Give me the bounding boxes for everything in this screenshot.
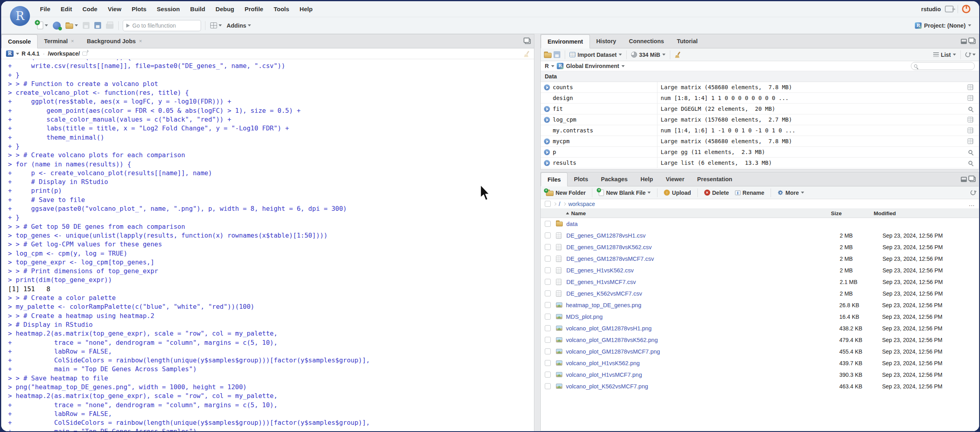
- inspect-icon[interactable]: [968, 107, 972, 111]
- file-checkbox[interactable]: [545, 383, 551, 389]
- refresh-icon[interactable]: [970, 189, 976, 196]
- load-workspace-icon[interactable]: [544, 53, 552, 58]
- console-output[interactable]: > for (name in names(results)) {+ write.…: [1, 59, 534, 431]
- inspect-icon[interactable]: [968, 150, 972, 154]
- environment-tab[interactable]: History: [590, 34, 623, 48]
- new-blank-file-button[interactable]: + New Blank File: [597, 190, 653, 196]
- file-checkbox[interactable]: [545, 337, 551, 343]
- menu-item[interactable]: Edit: [56, 6, 77, 12]
- rename-button[interactable]: Rename: [733, 190, 766, 196]
- breadcrumb-root[interactable]: /: [559, 201, 560, 207]
- menu-item[interactable]: File: [35, 6, 56, 12]
- file-row[interactable]: volcano_plot_GM12878vsH1.png 438.2 KB Se…: [541, 322, 979, 334]
- expand-icon[interactable]: [544, 138, 550, 144]
- file-name-link[interactable]: volcano_plot_GM12878vsMCF7.png: [566, 348, 839, 355]
- environment-search-input[interactable]: [919, 63, 979, 69]
- file-checkbox[interactable]: [545, 256, 551, 262]
- view-table-icon[interactable]: [968, 117, 973, 122]
- file-checkbox[interactable]: [545, 279, 551, 285]
- maximize-icon[interactable]: [970, 39, 976, 44]
- file-name-link[interactable]: volcano_plot_GM12878vsK562.png: [566, 337, 839, 343]
- menu-item[interactable]: Help: [295, 6, 318, 12]
- file-checkbox[interactable]: [545, 267, 551, 273]
- file-row[interactable]: DE_genes_GM12878vsK562.csv 2 MB Sep 23, …: [541, 241, 979, 253]
- clear-objects-icon[interactable]: [675, 52, 681, 58]
- view-table-icon[interactable]: [968, 95, 973, 101]
- files-tab[interactable]: Viewer: [659, 172, 691, 186]
- file-row[interactable]: DE_genes_H1vsK562.csv 2 MB Sep 23, 2024,…: [541, 264, 979, 276]
- save-workspace-icon[interactable]: [554, 51, 560, 58]
- file-checkbox[interactable]: [545, 325, 551, 331]
- file-row[interactable]: DE_genes_GM12878vsH1.csv 2 MB Sep 23, 20…: [541, 230, 979, 241]
- files-tab[interactable]: Files: [541, 172, 568, 186]
- file-checkbox[interactable]: [545, 302, 551, 308]
- close-icon[interactable]: [139, 38, 142, 44]
- environment-object-row[interactable]: design num [1:8, 1:4] 1 1 0 0 0 0 0 0 0 …: [541, 93, 979, 104]
- menu-item[interactable]: Tools: [269, 6, 295, 12]
- environment-tab[interactable]: Tutorial: [670, 34, 704, 48]
- file-row[interactable]: MDS_plot.png 16.4 KB Sep 23, 2024, 12:56…: [541, 311, 979, 322]
- file-checkbox[interactable]: [545, 360, 551, 366]
- files-tab[interactable]: Help: [634, 172, 659, 186]
- more-button[interactable]: More: [775, 190, 806, 196]
- file-name-link[interactable]: DE_genes_GM12878vsMCF7.csv: [566, 256, 840, 262]
- inspect-icon[interactable]: [968, 161, 972, 165]
- open-file-button[interactable]: [63, 20, 80, 32]
- import-dataset-button[interactable]: Import Dataset: [578, 52, 617, 58]
- menu-item[interactable]: Profile: [239, 6, 269, 12]
- file-checkbox[interactable]: [545, 372, 551, 378]
- environment-object-row[interactable]: p Large gg (11 elements, 2.3 MB): [541, 147, 979, 158]
- close-icon[interactable]: [71, 38, 74, 44]
- file-name-link[interactable]: volcano_plot_H1vsMCF7.png: [566, 372, 839, 378]
- view-table-icon[interactable]: [968, 138, 973, 144]
- addins-button[interactable]: Addins: [224, 20, 253, 32]
- expand-icon[interactable]: [544, 160, 550, 166]
- list-view-button[interactable]: List: [941, 52, 951, 58]
- file-name-link[interactable]: DE_genes_H1vsK562.csv: [566, 267, 840, 274]
- maximize-icon[interactable]: [970, 177, 976, 182]
- expand-icon[interactable]: [544, 117, 550, 123]
- files-tab[interactable]: Plots: [568, 172, 594, 186]
- save-all-button[interactable]: [92, 20, 104, 32]
- file-row[interactable]: volcano_plot_H1vsMCF7.png 390.3 KB Sep 2…: [541, 369, 979, 380]
- breadcrumb-more-button[interactable]: ...: [969, 201, 975, 207]
- file-name-link[interactable]: volcano_plot_K562vsMCF7.png: [566, 383, 839, 390]
- file-row[interactable]: volcano_plot_GM12878vsMCF7.png 455.4 KB …: [541, 346, 979, 357]
- file-name-link[interactable]: heatmap_top_DE_genes.png: [566, 302, 839, 308]
- language-selector[interactable]: R: [545, 63, 549, 69]
- files-tab[interactable]: Presentation: [691, 172, 739, 186]
- file-name-link[interactable]: DE_genes_GM12878vsK562.csv: [566, 244, 840, 250]
- file-checkbox[interactable]: [545, 221, 551, 227]
- breadcrumb-current[interactable]: workspace: [568, 201, 595, 207]
- expand-icon[interactable]: [544, 149, 550, 155]
- file-checkbox[interactable]: [545, 314, 551, 320]
- refresh-icon[interactable]: [964, 51, 971, 58]
- file-name-link[interactable]: data: [566, 221, 840, 227]
- goto-file-input[interactable]: [132, 22, 205, 29]
- select-all-checkbox[interactable]: [545, 201, 551, 207]
- user-menu[interactable]: rstudio: [921, 6, 941, 12]
- clear-console-icon[interactable]: [524, 51, 530, 57]
- save-button[interactable]: [80, 20, 92, 32]
- power-icon[interactable]: [962, 5, 970, 13]
- file-name-link[interactable]: DE_genes_GM12878vsH1.csv: [566, 232, 840, 239]
- menu-item[interactable]: View: [103, 6, 127, 12]
- environment-object-row[interactable]: log_cpm Large matrix (157680 elements, 2…: [541, 114, 979, 125]
- console-tab[interactable]: Terminal: [38, 34, 80, 48]
- popout-icon[interactable]: [82, 52, 87, 56]
- new-project-button[interactable]: [50, 20, 63, 32]
- environment-tab[interactable]: Connections: [623, 34, 671, 48]
- environment-object-row[interactable]: my.contrasts num [1:4, 1:6] 1 -1 0 0 1 0…: [541, 125, 979, 136]
- column-size[interactable]: Size: [831, 210, 874, 216]
- environment-object-row[interactable]: results Large list (6 elements, 13.3 MB): [541, 158, 979, 168]
- upload-button[interactable]: ↑ Upload: [662, 190, 693, 196]
- chevron-down-icon[interactable]: [16, 53, 19, 55]
- file-row[interactable]: DE_genes_GM12878vsMCF7.csv 2 MB Sep 23, …: [541, 253, 979, 264]
- file-row[interactable]: heatmap_top_DE_genes.png 26.8 KB Sep 23,…: [541, 299, 979, 311]
- minimize-icon[interactable]: [961, 177, 967, 182]
- memory-usage-button[interactable]: 334 MiB: [639, 52, 660, 58]
- environment-selector[interactable]: Global Environment: [566, 63, 619, 69]
- file-row[interactable]: data: [541, 218, 979, 230]
- files-tab[interactable]: Packages: [595, 172, 634, 186]
- view-table-icon[interactable]: [968, 128, 973, 133]
